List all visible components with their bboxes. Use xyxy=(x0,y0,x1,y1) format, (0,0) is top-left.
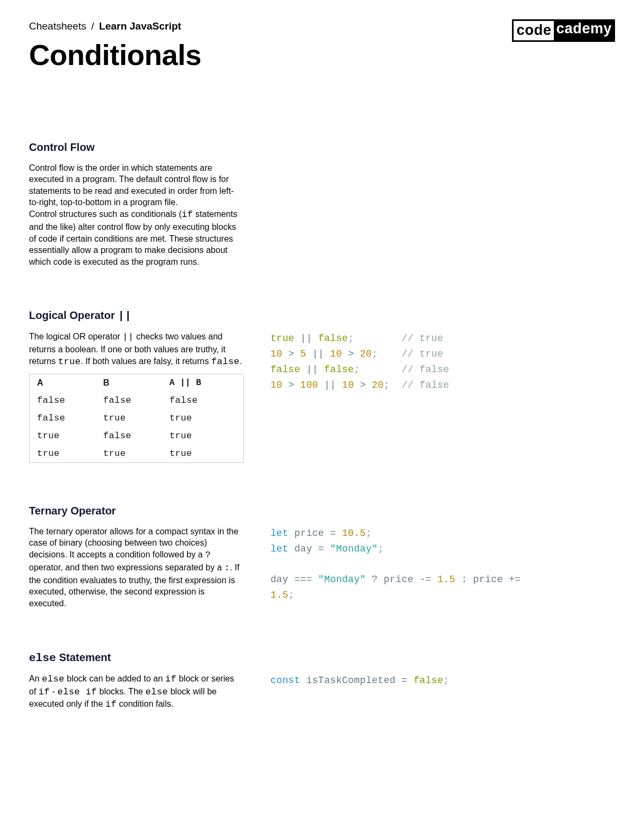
inline-code: false xyxy=(211,357,240,367)
section-control-flow: Control Flow Control flow is the order i… xyxy=(29,141,615,268)
heading-code: else xyxy=(29,652,56,664)
table-row: true false true xyxy=(30,427,243,445)
heading-text: Statement xyxy=(56,651,111,663)
cheatsheet-page: Cheatsheets / Learn JavaScript Condition… xyxy=(0,0,644,733)
table-cell: false xyxy=(103,395,169,405)
para-text: blocks. The xyxy=(97,687,145,696)
para-text: An xyxy=(29,674,42,683)
heading-text: Logical Operator xyxy=(29,309,118,321)
para-text: - xyxy=(50,687,57,696)
inline-code: if xyxy=(105,699,116,709)
section-heading: else Statement xyxy=(29,651,615,664)
logo-right: cademy xyxy=(554,19,615,42)
para-text: The logical OR operator xyxy=(29,332,122,341)
code-example: let price = 10.5; let day = "Monday"; da… xyxy=(270,526,615,603)
section-else: else Statement An else block can be adde… xyxy=(29,651,615,712)
inline-code: || xyxy=(122,332,134,342)
breadcrumb-separator: / xyxy=(89,20,96,32)
inline-code: if xyxy=(182,209,193,220)
table-cell: true xyxy=(103,448,169,459)
table-cell: true xyxy=(37,448,103,459)
table-cell: true xyxy=(103,413,169,423)
logo-left: code xyxy=(512,19,555,42)
table-cell: true xyxy=(37,431,103,441)
table-cell: true xyxy=(170,413,236,423)
inline-code: ? xyxy=(205,550,211,560)
table-cell: false xyxy=(170,395,236,405)
table-header-a: A xyxy=(37,378,103,388)
header-left: Cheatsheets / Learn JavaScript Condition… xyxy=(29,19,201,71)
heading-operator: || xyxy=(118,310,131,322)
section-heading: Ternary Operator xyxy=(29,505,615,517)
table-cell: false xyxy=(103,431,169,441)
codecademy-logo[interactable]: code cademy xyxy=(512,19,615,42)
para-text: Control flow is the order in which state… xyxy=(29,163,234,207)
section-ternary: Ternary Operator The ternary operator al… xyxy=(29,505,615,610)
breadcrumb-root[interactable]: Cheatsheets xyxy=(29,20,86,32)
code-example: true || false; // true 10 > 5 || 10 > 20… xyxy=(270,331,615,393)
table-row: true true true xyxy=(30,445,243,462)
section-description: Control flow is the order in which state… xyxy=(29,162,244,268)
table-cell: false xyxy=(37,395,103,405)
section-description: The ternary operator allows for a compac… xyxy=(29,526,244,610)
inline-code: true xyxy=(58,357,80,367)
inline-code: : xyxy=(224,563,230,573)
para-text: operator, and then two expressions separ… xyxy=(29,563,224,572)
inline-code: else xyxy=(42,674,64,684)
table-cell: false xyxy=(37,413,103,423)
page-header: Cheatsheets / Learn JavaScript Condition… xyxy=(29,19,615,71)
table-cell: true xyxy=(170,448,236,459)
para-text: condition fails. xyxy=(116,699,173,708)
table-cell: true xyxy=(170,431,236,441)
code-example: const isTaskCompleted = false; xyxy=(270,673,615,688)
para-text: Control structures such as conditionals … xyxy=(29,209,182,219)
section-heading: Logical Operator || xyxy=(29,309,615,322)
section-description: An else block can be added to an if bloc… xyxy=(29,673,244,712)
para-text: . xyxy=(239,357,241,366)
breadcrumb: Cheatsheets / Learn JavaScript xyxy=(29,19,201,34)
page-title: Conditionals xyxy=(29,38,201,71)
table-header-b: B xyxy=(103,378,169,388)
para-text: block can be added to an xyxy=(64,674,165,683)
inline-code: if xyxy=(39,687,50,697)
inline-code: else if xyxy=(57,687,97,697)
section-description: The logical OR operator || checks two va… xyxy=(29,331,244,368)
inline-code: else xyxy=(145,687,168,697)
para-text: . If both values are falsy, it returns xyxy=(80,357,211,366)
table-row: false true true xyxy=(30,409,243,427)
section-heading: Control Flow xyxy=(29,141,615,154)
inline-code: if xyxy=(165,674,177,684)
truth-table: A B A || B false false false false true … xyxy=(29,374,244,463)
section-logical-or: Logical Operator || The logical OR opera… xyxy=(29,309,615,462)
table-header-result: A || B xyxy=(170,378,236,388)
table-row: false false false xyxy=(30,391,243,409)
breadcrumb-course[interactable]: Learn JavaScript xyxy=(99,20,181,32)
table-header-row: A B A || B xyxy=(30,374,243,391)
